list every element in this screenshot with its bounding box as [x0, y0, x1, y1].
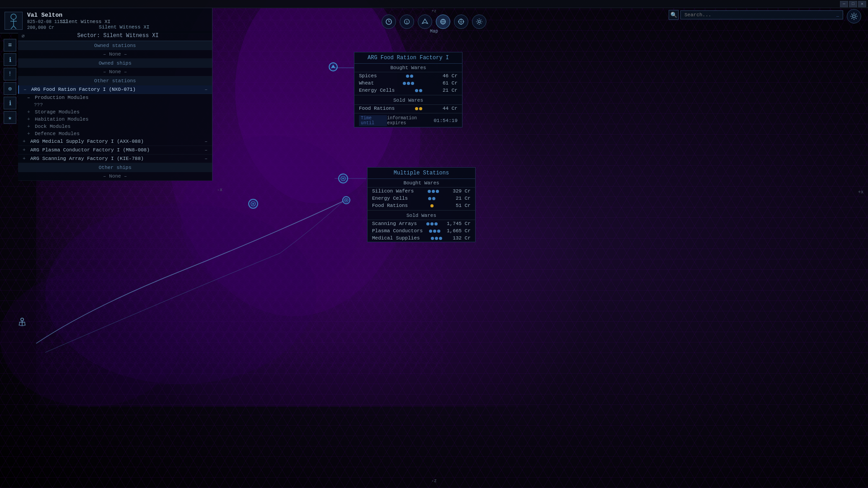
search-icon-box[interactable]: 🔍 — [669, 10, 679, 20]
spices-dot-2 — [410, 75, 413, 78]
habitation-label: Habitation Modules — [35, 117, 89, 122]
food-divider — [354, 95, 462, 95]
settings-button[interactable] — [847, 9, 861, 23]
sidebar-icon-alert[interactable]: ! — [4, 68, 16, 80]
multi-station-sold-header: Sold Wares — [368, 211, 475, 220]
right-x-label: +x — [858, 190, 863, 195]
silicon-dot-1 — [428, 190, 431, 193]
expand-scanning-icon: + — [23, 156, 28, 161]
plasma-dash: – — [204, 147, 208, 153]
timer-value: 01:54:19 — [434, 118, 458, 123]
sidebar-icon-info[interactable]: ℹ — [4, 53, 16, 66]
multi-station-title: Multiple Stations — [368, 168, 475, 179]
storage-label: Storage Modules — [35, 109, 80, 115]
svg-point-11 — [11, 14, 16, 19]
expand-medical-icon: + — [23, 139, 28, 144]
module-item-storage[interactable]: + Storage Modules — [18, 108, 212, 116]
owned-ships-header: Owned ships — [18, 59, 212, 68]
sidebar-icon-star[interactable]: ★ — [4, 111, 16, 124]
multi-station-bought-header: Bought Wares — [368, 179, 475, 188]
station-name: ARG Food Ration Factory I (NXO-071) — [31, 87, 136, 92]
nav-icon-map[interactable] — [436, 14, 450, 29]
svg-point-36 — [252, 203, 254, 205]
food-bought-wheat: Wheat 61 Cr — [354, 80, 462, 87]
search-box: _ — [680, 10, 843, 19]
energy-label: Energy Cells — [359, 88, 395, 93]
module-item-production[interactable]: – Production Modules — [18, 94, 212, 101]
scan-price: 1,745 Cr — [447, 221, 471, 226]
silicon-dot-3 — [436, 190, 439, 193]
svg-marker-32 — [331, 65, 335, 68]
production-icon: – — [27, 95, 33, 100]
sidebar-icon-detail[interactable]: ℹ — [4, 97, 16, 109]
station-item-medical[interactable]: + ARG Medical Supply Factory I (AXX-088)… — [18, 137, 212, 146]
scan-dot-1 — [426, 222, 429, 225]
module-item-habitation[interactable]: + Habitation Modules — [18, 116, 212, 123]
scan-arrays-label: Scanning Arrays — [372, 221, 417, 226]
multi-food-price: 51 Cr — [456, 203, 471, 208]
side-icons-panel: ≡ ℹ ! ⊕ ℹ ★ — [4, 39, 16, 124]
marker-bottom-left[interactable] — [18, 318, 26, 327]
nav-icon-ship[interactable] — [418, 14, 432, 29]
wheat-dots — [403, 82, 414, 85]
timer-text: information expires — [387, 116, 434, 126]
rations-price: 44 Cr — [443, 106, 458, 111]
station-item-scanning[interactable]: + ARG Scanning Array Factory I (KIE-788)… — [18, 155, 212, 163]
medical-station-name: ARG Medical Supply Factory I (AXX-088) — [30, 139, 144, 144]
collapse-icon: – — [24, 87, 29, 92]
food-bought-spices: Spices 46 Cr — [354, 72, 462, 80]
wheat-dot-2 — [407, 82, 410, 85]
medical-dot-3 — [439, 237, 442, 240]
other-ships-none: – None – — [18, 172, 212, 181]
plasma-dot-3 — [437, 230, 440, 233]
search-input[interactable] — [684, 12, 834, 18]
owned-stations-none: – None – — [18, 50, 212, 59]
owned-ships-none: – None – — [18, 68, 212, 76]
left-x-label: -x — [217, 188, 222, 192]
svg-point-30 — [478, 21, 481, 23]
close-button[interactable]: ✕ — [858, 1, 866, 7]
sidebar-icon-plus[interactable]: ⊕ — [4, 82, 16, 95]
multi-station-panel: Multiple Stations Bought Wares Silicon W… — [367, 167, 476, 242]
expand-habitation-icon: + — [27, 117, 33, 122]
expand-plasma-icon: + — [23, 147, 28, 153]
food-timer-row: Time until information expires 01:54:19 — [354, 114, 462, 127]
marker-scanning[interactable] — [338, 174, 348, 183]
multi-food-dots — [430, 204, 434, 207]
station-item-food-factory[interactable]: – ARG Food Ration Factory I (NXO-071) – — [18, 85, 212, 94]
medical-dots — [431, 237, 442, 240]
multi-food-label: Food Rations — [372, 203, 408, 208]
nav-icon-rotation[interactable] — [382, 14, 396, 29]
multi-divider — [368, 210, 475, 211]
nav-icon-info[interactable]: i — [400, 14, 414, 29]
svg-point-31 — [853, 15, 855, 18]
scanning-station-name: ARG Scanning Array Factory I (KIE-788) — [30, 156, 144, 161]
spices-label: Spices — [359, 73, 377, 79]
minimize-button[interactable]: ─ — [840, 1, 848, 7]
marker-right[interactable] — [342, 196, 350, 204]
maximize-button[interactable]: □ — [849, 1, 857, 7]
title-bar: ─ □ ✕ — [0, 0, 868, 8]
station-item-plasma[interactable]: + ARG Plasma Conductor Factory I (MN8-00… — [18, 146, 212, 155]
spices-dot-1 — [406, 75, 409, 78]
multi-energy-dot-2 — [432, 197, 435, 200]
z-plus-label: +z — [432, 9, 437, 14]
module-item-defence[interactable]: + Defence Modules — [18, 130, 212, 137]
expand-storage-icon: + — [27, 109, 33, 115]
nav-icon-settings[interactable] — [472, 14, 486, 29]
wheat-label: Wheat — [359, 80, 374, 86]
search-cursor: _ — [836, 13, 839, 18]
marker-left[interactable] — [248, 199, 258, 209]
svg-text:i: i — [406, 20, 408, 25]
sidebar-icon-list[interactable]: ≡ — [4, 39, 16, 52]
silicon-dots — [428, 190, 439, 193]
multi-sold-plasma: Plasma Conductors 1,665 Cr — [368, 227, 475, 235]
food-station-bought-header: Bought Wares — [354, 64, 462, 72]
scan-dots — [426, 222, 438, 225]
nav-icon-target[interactable] — [454, 14, 468, 29]
plasma-price: 1,665 Cr — [447, 228, 471, 234]
top-nav: +z i Map — [382, 9, 486, 34]
marker-food-factory[interactable] — [329, 62, 338, 71]
module-item-dock[interactable]: + Dock Modules — [18, 123, 212, 130]
multi-food-dot-1 — [430, 204, 434, 207]
